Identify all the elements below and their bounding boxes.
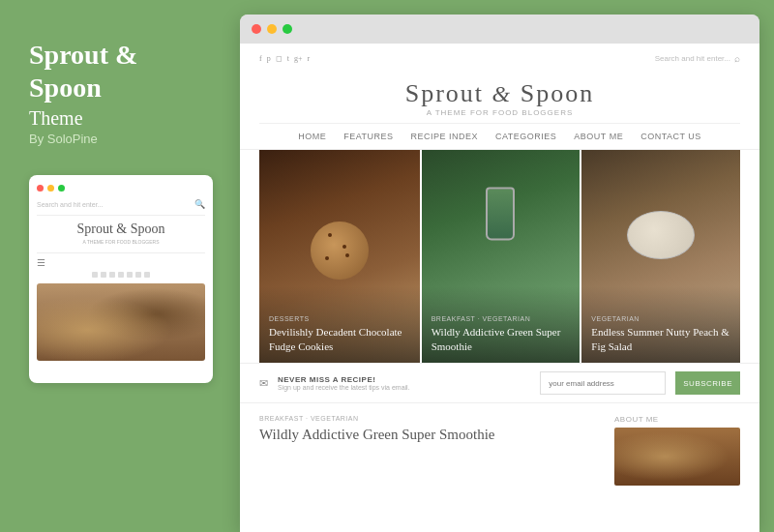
featured-card-salad[interactable]: VEGETARIAN Endless Summer Nutty Peach & … xyxy=(580,150,740,363)
site-nav: HOME FEATURES RECIPE INDEX CATEGORIES AB… xyxy=(259,123,740,149)
nav-home[interactable]: HOME xyxy=(298,132,326,141)
mobile-image-preview xyxy=(37,283,205,361)
browser-chrome xyxy=(240,15,759,44)
browser-dot-yellow xyxy=(267,24,277,34)
search-glass-icon: ⌕ xyxy=(734,53,740,64)
card-category-cookies: DESSERTS xyxy=(269,315,410,322)
search-label: Search and hit enter... xyxy=(655,54,730,63)
cookie-dot xyxy=(342,245,346,249)
card-overlay-cookies: DESSERTS Devilishly Decadent Chocolate F… xyxy=(259,286,420,363)
mobile-dot-green xyxy=(58,185,65,192)
site-content: DESSERTS Devilishly Decadent Chocolate F… xyxy=(240,150,759,532)
mobile-social-item xyxy=(92,272,98,278)
card-category-smoothie: BREAKFAST · VEGETARIAN xyxy=(432,315,571,322)
social-icon-fb: f xyxy=(259,54,262,63)
site-logo[interactable]: Sprout & Spoon xyxy=(259,79,740,108)
card-title-cookies: Devilishly Decadent Chocolate Fudge Cook… xyxy=(269,325,410,353)
mobile-search-text: Search and hit enter... xyxy=(37,201,104,208)
browser-dot-red xyxy=(252,24,261,34)
nav-about[interactable]: ABOUT ME xyxy=(574,132,623,141)
bottom-right: ABOUT ME xyxy=(614,415,740,486)
featured-grid: DESSERTS Devilishly Decadent Chocolate F… xyxy=(259,150,740,363)
cookie-dot xyxy=(328,233,332,237)
mobile-preview: Search and hit enter... 🔍 Sprout & Spoon… xyxy=(29,175,213,383)
newsletter-text: NEVER MISS A RECIPE! Sign up and receive… xyxy=(278,375,530,391)
card-title-salad: Endless Summer Nutty Peach & Fig Salad xyxy=(591,325,730,353)
mobile-dot-yellow xyxy=(47,185,54,192)
about-me-image xyxy=(614,428,740,486)
mobile-social-item xyxy=(101,272,106,278)
bottom-content: BREAKFAST · VEGETARIAN Wildly Addictive … xyxy=(240,403,759,486)
card-overlay-smoothie: BREAKFAST · VEGETARIAN Wildly Addictive … xyxy=(422,286,580,363)
mobile-search-bar: Search and hit enter... 🔍 xyxy=(37,199,205,216)
social-icon-rss: r xyxy=(307,54,310,63)
left-by: By SoloPine xyxy=(29,132,211,146)
left-title: Sprout & Spoon xyxy=(29,39,211,103)
about-me-image-inner xyxy=(614,428,740,486)
cookie-dot xyxy=(325,256,329,260)
mobile-social-bar xyxy=(37,272,205,278)
mobile-logo: Sprout & Spoon xyxy=(37,222,205,237)
newsletter-title: NEVER MISS A RECIPE! xyxy=(278,375,530,384)
cookie-decoration xyxy=(311,222,369,280)
featured-card-cookies[interactable]: DESSERTS Devilishly Decadent Chocolate F… xyxy=(259,150,420,363)
featured-card-smoothie[interactable]: BREAKFAST · VEGETARIAN Wildly Addictive … xyxy=(420,150,580,363)
social-icon-p: p xyxy=(267,54,271,63)
mobile-window-dots xyxy=(37,185,205,192)
social-icons: f p ◻ t g+ r xyxy=(259,54,310,63)
mobile-social-item xyxy=(135,272,141,278)
post-category-tag: BREAKFAST · VEGETARIAN xyxy=(259,415,600,422)
card-category-salad: VEGETARIAN xyxy=(591,315,730,322)
social-icon-t: t xyxy=(287,54,289,63)
mobile-social-item xyxy=(118,272,124,278)
mobile-social-item xyxy=(127,272,133,278)
salad-decoration xyxy=(627,211,695,259)
nav-contact[interactable]: CONTACT US xyxy=(640,132,701,141)
site-logo-tagline: A THEME FOR FOOD BLOGGERS xyxy=(259,108,740,117)
cookie-dot xyxy=(345,253,349,257)
post-title-main[interactable]: Wildly Addictive Green Super Smoothie xyxy=(259,426,600,445)
mobile-divider xyxy=(37,252,205,253)
smoothie-decoration xyxy=(486,188,515,241)
newsletter-envelope-icon: ✉ xyxy=(259,377,268,390)
social-icon-g: g+ xyxy=(294,54,303,63)
mobile-social-item xyxy=(144,272,150,278)
newsletter-bar: ✉ NEVER MISS A RECIPE! Sign up and recei… xyxy=(240,363,759,403)
social-icon-ig: ◻ xyxy=(276,54,283,63)
browser-window: f p ◻ t g+ r Search and hit enter... ⌕ S… xyxy=(240,15,759,532)
nav-features[interactable]: FEATURES xyxy=(343,132,393,141)
mobile-search-icon: 🔍 xyxy=(194,199,205,209)
left-panel: Sprout & Spoon Theme By SoloPine Search … xyxy=(0,0,240,532)
about-me-label: ABOUT ME xyxy=(614,415,740,424)
newsletter-subscribe-button[interactable]: SUBSCRIBE xyxy=(675,371,740,395)
card-overlay-salad: VEGETARIAN Endless Summer Nutty Peach & … xyxy=(581,286,740,363)
mobile-menu-icon: ☰ xyxy=(37,257,205,268)
nav-categories[interactable]: CATEGORIES xyxy=(495,132,556,141)
newsletter-subtitle: Sign up and receive the latest tips via … xyxy=(278,384,530,391)
bottom-left: BREAKFAST · VEGETARIAN Wildly Addictive … xyxy=(259,415,600,486)
site-logo-area: Sprout & Spoon A THEME FOR FOOD BLOGGERS xyxy=(259,72,740,123)
mobile-logo-sub: A THEME FOR FOOD BLOGGERS xyxy=(37,239,205,245)
browser-dot-green xyxy=(283,24,292,34)
mobile-social-item xyxy=(109,272,115,278)
site-top-bar: f p ◻ t g+ r Search and hit enter... ⌕ xyxy=(259,53,740,64)
card-title-smoothie: Wildly Addictive Green Super Smoothie xyxy=(432,325,571,353)
newsletter-email-input[interactable] xyxy=(540,371,666,395)
search-area[interactable]: Search and hit enter... ⌕ xyxy=(655,53,740,64)
nav-recipe-index[interactable]: RECIPE INDEX xyxy=(410,132,478,141)
mobile-image-inner xyxy=(37,283,205,361)
left-subtitle: Theme xyxy=(29,107,211,130)
site-header: f p ◻ t g+ r Search and hit enter... ⌕ S… xyxy=(240,44,759,150)
mobile-dot-red xyxy=(37,185,44,192)
cookie-circle xyxy=(311,222,369,280)
browser-content: f p ◻ t g+ r Search and hit enter... ⌕ S… xyxy=(240,44,759,532)
